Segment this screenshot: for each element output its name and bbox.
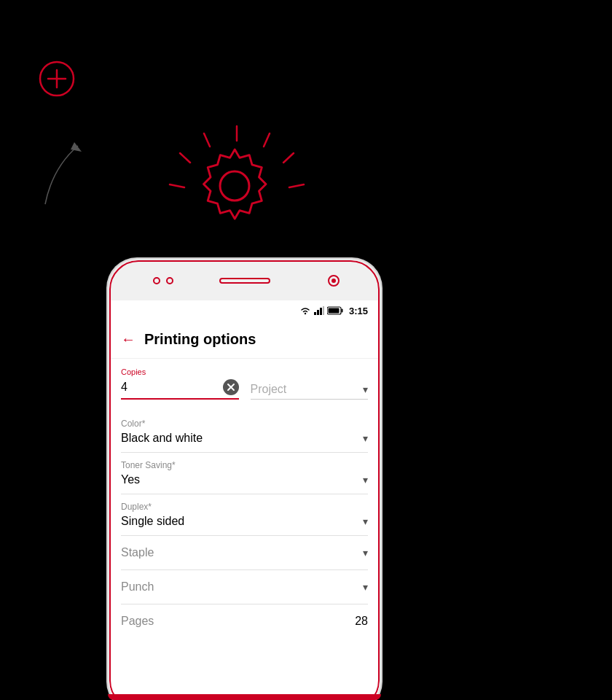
project-dropdown[interactable]: Project ▾ <box>251 383 369 400</box>
signal-icon <box>314 306 324 315</box>
svg-rect-13 <box>317 310 319 315</box>
svg-rect-14 <box>320 308 322 315</box>
staple-field[interactable]: Staple ▾ <box>121 536 368 570</box>
copies-label: Copies <box>121 368 239 376</box>
arrow-decoration <box>38 139 89 214</box>
punch-dropdown-arrow: ▾ <box>363 581 368 593</box>
project-dropdown-arrow: ▾ <box>363 384 368 395</box>
wifi-icon <box>299 306 311 315</box>
copies-project-row: Copies Project ▾ <box>121 368 368 400</box>
back-button[interactable]: ← <box>121 331 136 348</box>
svg-line-6 <box>180 153 190 163</box>
color-dropdown[interactable]: Black and white ▾ <box>121 432 368 445</box>
copies-input[interactable] <box>121 381 223 394</box>
svg-line-10 <box>289 184 304 187</box>
status-bar: 3:15 <box>109 300 380 321</box>
pages-label: Pages <box>121 615 154 628</box>
color-dropdown-arrow: ▾ <box>363 432 368 444</box>
toner-dropdown[interactable]: Yes ▾ <box>121 473 368 486</box>
svg-line-9 <box>283 153 294 163</box>
phone-hardware-bar <box>109 260 380 300</box>
phone-screen: 3:15 ← Printing options Copies <box>109 300 380 700</box>
color-value: Black and white <box>121 432 203 445</box>
svg-rect-18 <box>328 308 339 314</box>
page-title: Printing options <box>144 331 256 348</box>
duplex-dropdown-arrow: ▾ <box>363 516 368 527</box>
duplex-label: Duplex* <box>121 502 368 512</box>
gear-icon <box>135 120 339 273</box>
toner-dropdown-arrow: ▾ <box>363 474 368 486</box>
clear-button[interactable] <box>223 379 239 395</box>
project-placeholder: Project <box>251 383 287 396</box>
pages-value: 28 <box>355 615 368 628</box>
svg-line-8 <box>264 133 270 147</box>
plus-icon[interactable] <box>38 60 76 98</box>
phone-side-buttons-left <box>108 384 109 471</box>
duplex-dropdown[interactable]: Single sided ▾ <box>121 515 368 528</box>
battery-icon <box>327 306 343 315</box>
color-label: Color* <box>121 419 368 429</box>
app-header: ← Printing options <box>109 321 380 359</box>
duplex-value: Single sided <box>121 515 184 528</box>
phone-speaker <box>219 278 270 284</box>
duplex-field: Duplex* Single sided ▾ <box>121 494 368 536</box>
toner-saving-field: Toner Saving* Yes ▾ <box>121 453 368 494</box>
phone-circles <box>153 277 173 284</box>
svg-line-7 <box>170 184 184 187</box>
svg-line-5 <box>204 133 210 147</box>
form-content: Copies Project ▾ <box>109 359 380 700</box>
phone-bottom-bar <box>108 694 381 700</box>
punch-label: Punch <box>121 580 154 594</box>
toner-value: Yes <box>121 473 140 486</box>
pages-row: Pages 28 <box>121 604 368 638</box>
svg-rect-15 <box>323 306 324 315</box>
status-icons: 3:15 <box>299 306 368 316</box>
staple-dropdown-arrow: ▾ <box>363 547 368 559</box>
copies-input-wrapper <box>121 379 239 400</box>
color-field: Color* Black and white ▾ <box>121 411 368 453</box>
svg-marker-3 <box>71 142 82 152</box>
phone-camera <box>328 275 340 287</box>
status-time: 3:15 <box>349 306 368 316</box>
staple-label: Staple <box>121 546 154 559</box>
phone-side-button-right <box>380 399 381 432</box>
svg-point-11 <box>220 171 249 201</box>
copies-field: Copies <box>121 368 239 400</box>
svg-rect-17 <box>341 309 342 313</box>
toner-label: Toner Saving* <box>121 460 368 470</box>
svg-rect-12 <box>314 312 316 315</box>
punch-field[interactable]: Punch ▾ <box>121 570 368 604</box>
phone-frame: 3:15 ← Printing options Copies <box>108 259 381 700</box>
